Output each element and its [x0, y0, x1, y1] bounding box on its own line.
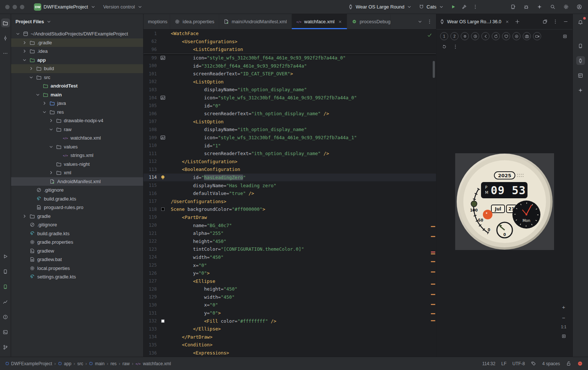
- screenshot-button[interactable]: [560, 332, 567, 340]
- stripe-mark[interactable]: [431, 261, 435, 262]
- add-device-button[interactable]: [513, 18, 521, 26]
- button-press-button[interactable]: [512, 32, 520, 40]
- code-line-114[interactable]: 114 id="hasLeadingZero": [143, 174, 436, 182]
- code-line-108[interactable]: 108 displayName="ith_option_display_name…: [143, 126, 436, 134]
- code-line-124[interactable]: 124 width="450": [143, 253, 436, 261]
- zoom-window-button[interactable]: [20, 5, 24, 9]
- tab-main-androidmanifest-xml[interactable]: main/AndroidManifest.xml: [219, 14, 292, 29]
- tree-item-values[interactable]: values: [11, 143, 143, 151]
- chevron-right-icon[interactable]: [41, 100, 47, 106]
- code-line-133[interactable]: 133 </Ellipse>: [143, 325, 436, 333]
- code-line-109[interactable]: 109 icon="style_wfs_312c30bf_f64a_461e_9…: [143, 134, 436, 142]
- code-line-131[interactable]: 131 y="0">: [143, 309, 436, 317]
- indent-setting[interactable]: 4 spaces: [542, 361, 560, 366]
- chevron-down-icon[interactable]: [48, 144, 54, 150]
- device-selector[interactable]: Wear OS Large Round: [345, 3, 415, 11]
- stripe-mark[interactable]: [431, 236, 435, 237]
- inspection-tag-icon[interactable]: [531, 361, 536, 366]
- inspections-ok-icon[interactable]: [427, 32, 432, 38]
- tree-item-watchface-xml[interactable]: </>watchface.xml: [11, 134, 143, 143]
- tab-moptions[interactable]: moptions: [143, 14, 170, 29]
- tree-item-raw[interactable]: raw: [11, 125, 143, 134]
- chevron-down-icon[interactable]: [28, 75, 34, 80]
- code-line-105[interactable]: 105 id="0": [143, 102, 436, 110]
- settings-icon[interactable]: [561, 2, 571, 12]
- open-in-window-button[interactable]: [541, 18, 549, 26]
- chevron-down-icon[interactable]: [15, 31, 21, 37]
- tree-item-main[interactable]: main: [11, 90, 143, 99]
- snapshot-button[interactable]: [561, 32, 569, 40]
- hide-panel-button[interactable]: [561, 18, 570, 26]
- image-gutter-icon[interactable]: [158, 95, 167, 100]
- code-line-121[interactable]: 121 alpha="255": [143, 229, 436, 237]
- code-line-102[interactable]: 102 <ListOption: [143, 78, 436, 86]
- image-gutter-icon[interactable]: [158, 135, 167, 140]
- problems-icon[interactable]: [1, 312, 10, 321]
- camera-button[interactable]: [523, 32, 531, 40]
- chevron-down-icon[interactable]: [41, 109, 47, 115]
- overflow-button[interactable]: [451, 42, 459, 51]
- stripe-mark[interactable]: [431, 226, 435, 227]
- tree-item-app[interactable]: app: [11, 56, 143, 65]
- code-line-132[interactable]: 132 <Fill color="#ffffffff" />: [143, 317, 436, 325]
- chevron-right-icon[interactable]: [21, 40, 27, 45]
- gemini-chat-icon[interactable]: [534, 2, 544, 12]
- stripe-mark[interactable]: [431, 284, 435, 285]
- code-line-125[interactable]: 125 x="0": [143, 261, 436, 269]
- color-swatch-white[interactable]: [161, 319, 165, 323]
- code-line-100[interactable]: 100 id="312c30bf_f64a_461e_9c93_992f2fb7…: [143, 62, 436, 70]
- code-line-107[interactable]: 107 <ListOption: [143, 118, 436, 126]
- close-device-tab-button[interactable]: [504, 18, 511, 25]
- breadcrumb-watchface-xml[interactable]: </>watchface.xml: [135, 361, 171, 366]
- code-line-96[interactable]: 96 <ListConfiguration: [143, 45, 436, 54]
- code-line-106[interactable]: 106 screenReaderText="ith_option_display…: [143, 110, 436, 118]
- chevron-right-icon[interactable]: [48, 170, 54, 175]
- tree-item-build-gradle-kts[interactable]: build.gradle.kts: [11, 229, 143, 238]
- code-line-135[interactable]: 135 <Condition>: [143, 341, 436, 349]
- code-line-111[interactable]: 111 screenReaderText="ith_option_display…: [143, 150, 436, 158]
- tilt-button[interactable]: [471, 32, 479, 40]
- code-line-62[interactable]: 62 <UserConfigurations>: [143, 38, 436, 46]
- chevron-right-icon[interactable]: [21, 213, 27, 219]
- hidden-tabs-chevron-icon[interactable]: [415, 17, 424, 26]
- swatch-dark-gutter-icon[interactable]: [158, 208, 167, 211]
- layout-inspector-icon[interactable]: [576, 71, 585, 80]
- chevron-right-icon[interactable]: [28, 66, 34, 71]
- device-panel-menu-button[interactable]: [551, 18, 559, 26]
- palm-button[interactable]: [461, 32, 469, 40]
- gemini-icon[interactable]: [576, 86, 585, 95]
- tree-item-build[interactable]: build: [11, 64, 143, 73]
- breadcrumb-raw[interactable]: raw: [122, 361, 129, 366]
- tab-processdebug[interactable]: processDebug: [347, 14, 391, 29]
- code-line-116[interactable]: 116 defaultValue="true" />: [143, 189, 436, 198]
- breadcrumb-dwfexampleproject[interactable]: DWFExampleProject: [5, 361, 52, 366]
- breadcrumb-main[interactable]: main: [89, 361, 104, 366]
- tree-item-java[interactable]: java: [11, 99, 143, 108]
- bulb-gutter-icon[interactable]: [158, 175, 167, 180]
- editor-scrollbar[interactable]: [433, 61, 435, 78]
- tree-item-res[interactable]: res: [11, 108, 143, 117]
- tree-item-gitignore[interactable]: .gitignore: [11, 186, 143, 195]
- tree-item-values-night[interactable]: values-night: [11, 160, 143, 169]
- code-line-110[interactable]: 110 id="1": [143, 141, 436, 150]
- notification-error-icon[interactable]: [577, 361, 583, 366]
- code-line-120[interactable]: 120 name="BG_40c7": [143, 221, 436, 229]
- project-icon[interactable]: [1, 18, 10, 27]
- device-manager-green-icon[interactable]: [1, 282, 10, 291]
- stripe-mark[interactable]: [431, 251, 435, 253]
- tab-watchface-xml[interactable]: </>watchface.xml: [292, 14, 347, 29]
- stripe-mark[interactable]: [431, 253, 435, 254]
- editor[interactable]: 1<WatchFace62 <UserConfigurations>96 <Li…: [143, 30, 436, 357]
- tree-item-settings-gradle-kts[interactable]: settings.gradle.kts: [11, 273, 143, 281]
- breadcrumb-res[interactable]: res: [110, 361, 117, 366]
- commit-icon[interactable]: [1, 34, 10, 42]
- stripe-mark[interactable]: [431, 271, 435, 273]
- tree-item-androidtest[interactable]: androidTest: [11, 82, 143, 90]
- stripe-mark[interactable]: [431, 294, 435, 295]
- tree-item-gradle-properties[interactable]: gradle.properties: [11, 238, 143, 247]
- chevron-right-icon[interactable]: [48, 118, 54, 123]
- swatch-light-gutter-icon[interactable]: [158, 319, 167, 323]
- code-line-115[interactable]: 115 displayName="Has leading zero": [143, 181, 436, 189]
- user-avatar-icon[interactable]: [574, 2, 584, 12]
- code-line-129[interactable]: 129 width="450": [143, 293, 436, 301]
